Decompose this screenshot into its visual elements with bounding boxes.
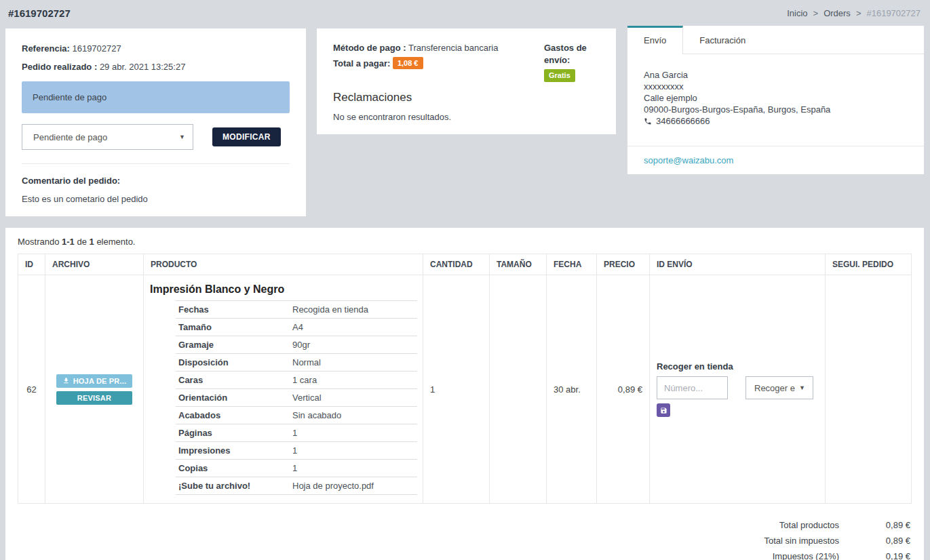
attribute-row: Impresiones1 (176, 442, 417, 460)
shipping-number-input[interactable] (657, 376, 728, 399)
free-shipping-badge: Gratis (544, 69, 575, 82)
col-id[interactable]: ID (18, 254, 45, 275)
phone-icon (644, 117, 652, 125)
review-button[interactable]: REVISAR (56, 391, 132, 405)
total-value: 0,89 € (839, 517, 910, 533)
cell-archivo: HOJA DE PR... REVISAR (45, 275, 144, 504)
attr-value: A4 (290, 319, 417, 336)
order-date-label: Pedido realizado : (22, 62, 97, 72)
status-select[interactable]: Pendiente de pago (22, 125, 193, 149)
results-summary: Mostrando 1-1 de 1 elemento. (18, 237, 912, 247)
save-shipping-button[interactable] (657, 403, 670, 417)
reference-line: Referencia: 1619702727 (22, 43, 290, 54)
modify-button[interactable]: MODIFICAR (212, 127, 281, 146)
table-row: 62 HOJA DE PR... REVISAR Impresión Blanc… (18, 275, 912, 504)
top-bar: #1619702727 Inicio > Orders > #161970272… (0, 0, 930, 26)
shipping-cost-label: Gastos de envío: (544, 43, 587, 65)
breadcrumb: Inicio > Orders > #1619702727 (787, 8, 921, 18)
total-label: Total productos (779, 517, 839, 533)
attr-value: 1 (290, 460, 417, 477)
product-attributes-table: FechasRecogida en tienda TamañoA4 Gramaj… (176, 300, 417, 495)
summary-suffix: elemento. (94, 237, 136, 247)
breadcrumb-separator: > (813, 8, 819, 18)
attr-value: Sin acabado (290, 407, 417, 424)
attribute-row: FechasRecogida en tienda (176, 301, 417, 319)
total-to-pay-line: Total a pagar: 1,08 € (333, 57, 498, 70)
attribute-row: TamañoA4 (176, 319, 417, 336)
support-email-link[interactable]: soporte@waizabu.com (644, 155, 733, 165)
status-select-wrap: Pendiente de pago ▼ (22, 124, 193, 150)
status-banner: Pendiente de pago (22, 81, 290, 113)
attr-label: Fechas (176, 301, 290, 319)
attribute-row: Caras1 cara (176, 372, 417, 389)
address-company: xxxxxxxxx (644, 81, 908, 92)
attribute-row: Páginas1 (176, 424, 417, 442)
col-cantidad: CANTIDAD (423, 254, 490, 275)
phone-line: 34666666666 (644, 115, 908, 127)
summary-range: 1-1 (62, 237, 75, 247)
attr-value: Hoja de proyecto.pdf (290, 477, 417, 495)
address-tabbar: Envío Facturación (627, 26, 924, 54)
attr-value: 1 (290, 442, 417, 460)
order-totals: Total productos 0,89 € Total sin impuest… (18, 517, 912, 560)
total-to-pay-label: Total a pagar: (333, 58, 390, 68)
cell-precio: 0,89 € (597, 275, 650, 504)
claims-empty-message: No se encontraron resultados. (333, 112, 600, 122)
attr-value: Recogida en tienda (290, 301, 417, 319)
tab-facturacion[interactable]: Facturación (683, 26, 762, 54)
attribute-row: Gramaje90gr (176, 336, 417, 354)
attr-value: 1 (290, 424, 417, 442)
attr-value: 90gr (290, 336, 417, 354)
total-row-taxes: Impuestos (21%) 0,19 € (18, 548, 910, 560)
breadcrumb-item-orders[interactable]: Orders (824, 8, 851, 18)
attr-label: Acabados (176, 407, 290, 424)
shipping-cost-block: Gastos de envío: Gratis (544, 42, 600, 82)
shipping-address: Ana Garcia xxxxxxxxx Calle ejemplo 09000… (627, 54, 924, 146)
summary-mid: de (75, 237, 90, 247)
total-label: Total sin impuestos (764, 533, 839, 548)
cell-producto: Impresión Blanco y Negro FechasRecogida … (144, 275, 423, 504)
breadcrumb-item-inicio[interactable]: Inicio (787, 8, 807, 18)
attribute-row: ¡Sube tu archivo!Hoja de proyecto.pdf (176, 477, 417, 495)
download-icon (62, 377, 70, 384)
reference-value: 1619702727 (72, 43, 121, 54)
address-name: Ana Garcia (644, 69, 908, 81)
order-info-panel: Referencia: 1619702727 Pedido realizado … (5, 28, 306, 216)
order-items-panel: Mostrando 1-1 de 1 elemento. ID ARCHIVO … (5, 228, 924, 560)
download-file-button[interactable]: HOJA DE PR... (56, 374, 132, 388)
attr-label: ¡Sube tu archivo! (176, 477, 290, 495)
top-panels-row: Referencia: 1619702727 Pedido realizado … (5, 28, 924, 216)
attr-value: 1 cara (290, 372, 417, 389)
total-label: Impuestos (21%) (773, 548, 839, 560)
payment-columns: Método de pago : Transferencia bancaria … (333, 42, 600, 82)
shipping-method-title: Recoger en tienda (657, 361, 818, 372)
col-tamano: TAMAÑO (490, 254, 547, 275)
attr-value: Vertical (290, 389, 417, 407)
col-producto: PRODUCTO (144, 254, 423, 275)
address-street: Calle ejemplo (644, 92, 908, 104)
carrier-select-wrap: Recoger e ▼ (745, 376, 813, 399)
cell-id: 62 (18, 275, 45, 504)
summary-count: 1 (90, 237, 94, 247)
total-amount-badge: 1,08 € (393, 57, 423, 70)
attribute-row: Copias1 (176, 460, 417, 477)
order-comment-value: Esto es un cometario del pedido (22, 194, 290, 204)
carrier-select[interactable]: Recoger e (746, 377, 813, 399)
attr-label: Gramaje (176, 336, 290, 354)
order-date-line: Pedido realizado : 29 abr. 2021 13:25:27 (22, 62, 290, 72)
product-name: Impresión Blanco y Negro (150, 283, 417, 296)
col-segui-pedido: SEGUI. PEDIDO (826, 254, 912, 275)
breadcrumb-item-current: #1619702727 (866, 8, 921, 18)
shipping-controls: Recoger e ▼ (657, 376, 818, 399)
col-id-envio: ID ENVÍO (650, 254, 826, 275)
total-row-without-tax: Total sin impuestos 0,89 € (18, 533, 910, 548)
attribute-row: AcabadosSin acabado (176, 407, 417, 424)
tab-envio[interactable]: Envío (627, 26, 683, 54)
address-footer: soporte@waizabu.com (627, 146, 924, 174)
address-city: 09000-Burgos-Burgos-España, Burgos, Espa… (644, 104, 908, 115)
col-precio[interactable]: PRECIO (597, 254, 650, 275)
page-title: #1619702727 (8, 7, 71, 19)
summary-prefix: Mostrando (18, 237, 62, 247)
order-date-value: 29 abr. 2021 13:25:27 (100, 62, 186, 72)
table-header-row: ID ARCHIVO PRODUCTO CANTIDAD TAMAÑO FECH… (18, 254, 912, 275)
